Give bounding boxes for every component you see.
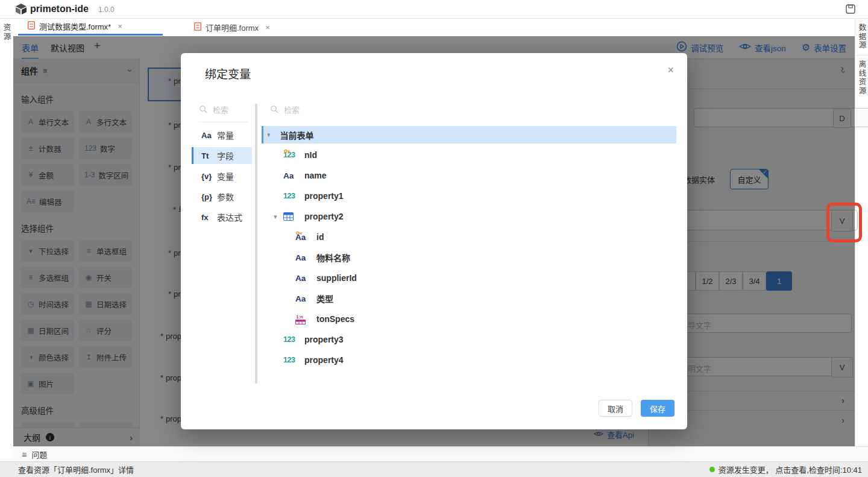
- left-rail: 资源: [0, 19, 14, 461]
- relation-1n-icon: 1:n: [295, 314, 311, 324]
- offline-resources-rail-tab[interactable]: 离线资源: [857, 60, 868, 95]
- document-icon: [194, 22, 201, 33]
- app-logo-icon: [14, 3, 28, 17]
- tree-root-current-form[interactable]: ▾ 当前表单: [262, 126, 676, 144]
- tree-search-input[interactable]: [283, 105, 321, 115]
- search-icon: [270, 105, 278, 115]
- title-bar: primeton-ide 1.0.0: [0, 0, 868, 19]
- app-version: 1.0.0: [98, 5, 115, 14]
- caret-down-icon[interactable]: ▾: [274, 213, 277, 221]
- list-icon: ≡: [22, 450, 27, 460]
- text-type-icon: Aa: [295, 274, 306, 283]
- text-type-icon: Aa: [295, 253, 306, 262]
- tab-test-data-type[interactable]: 测试数据类型.formx* ×: [18, 19, 163, 36]
- save-button[interactable]: 保存: [641, 400, 675, 417]
- constant-icon: Aa: [201, 131, 217, 140]
- text-type-icon: Aa: [295, 294, 306, 303]
- problems-label: 问题: [31, 449, 47, 460]
- close-icon[interactable]: ×: [667, 64, 674, 77]
- category-field[interactable]: Tt字段: [192, 147, 252, 164]
- category-variable[interactable]: {v}变量: [192, 168, 252, 185]
- tree-node-property3[interactable]: 123 property3: [262, 329, 676, 350]
- tree-node-property4[interactable]: 123 property4: [262, 350, 676, 370]
- tree-node-name[interactable]: Aa name: [262, 165, 676, 186]
- cancel-button[interactable]: 取消: [599, 400, 632, 417]
- save-icon[interactable]: [846, 4, 855, 16]
- status-bar: 查看资源「订单明细.formx」详情 资源发生变更， 点击查看,检查时间:10:…: [0, 461, 868, 477]
- tab-label: 测试数据类型.formx*: [39, 21, 111, 32]
- svg-text:1:n: 1:n: [296, 314, 303, 320]
- tree-node-supplierId[interactable]: Aa supplierId: [262, 268, 676, 288]
- search-icon: [199, 105, 207, 115]
- app-name: primeton-ide: [30, 4, 89, 14]
- status-green-dot-icon: [709, 467, 715, 472]
- category-search[interactable]: [199, 105, 250, 115]
- field-icon: Tt: [201, 151, 217, 160]
- tree-node-nId[interactable]: 123 nId: [262, 145, 676, 165]
- category-constant[interactable]: Aa常量: [192, 127, 252, 144]
- number-type-icon: 123: [283, 192, 295, 200]
- bind-variable-modal: 绑定变量 × Aa常量 Tt字段 {v}变量 {p}参数 fx表达式 ▾ 当前表…: [181, 53, 687, 429]
- table-type-icon: [283, 212, 299, 221]
- primeton-ide-window: primeton-ide 1.0.0 资源 数据源 离线资源 测试数据类型.fo…: [0, 0, 868, 477]
- tree-node-material-name[interactable]: Aa 物料名称: [262, 247, 676, 268]
- primary-key-icon: [296, 228, 303, 237]
- panel-scrollbar[interactable]: [255, 104, 257, 384]
- datasource-rail-tab[interactable]: 数据源: [857, 24, 868, 55]
- caret-down-icon[interactable]: ▾: [267, 131, 271, 139]
- modal-title: 绑定变量: [205, 65, 251, 81]
- status-left-text[interactable]: 查看资源「订单明细.formx」详情: [18, 464, 134, 475]
- number-type-icon: 123: [283, 335, 295, 344]
- number-type-icon: 123: [283, 356, 295, 364]
- parameter-icon: {p}: [201, 192, 217, 201]
- category-expression[interactable]: fx表达式: [192, 209, 252, 226]
- status-right[interactable]: 资源发生变更， 点击查看,检查时间:10:41: [709, 464, 862, 475]
- tree-root-label: 当前表单: [280, 129, 314, 141]
- editor-tab-bar: 测试数据类型.formx* × 订单明细.formx ×: [13, 19, 855, 37]
- tree-node-property2[interactable]: ▾ property2: [262, 206, 676, 227]
- tab-order-detail[interactable]: 订单明细.formx ×: [194, 19, 270, 36]
- problems-bar[interactable]: ≡ 问题: [13, 446, 868, 462]
- tree-node-property1[interactable]: 123 property1: [262, 186, 676, 206]
- expression-icon: fx: [201, 213, 217, 222]
- tree-search[interactable]: [270, 105, 321, 115]
- status-right-text: 资源发生变更， 点击查看,检查时间:10:41: [719, 464, 862, 475]
- primary-key-icon: [284, 146, 291, 155]
- tree-node-tonSpecs[interactable]: 1:n tonSpecs: [262, 309, 676, 329]
- document-icon: [28, 21, 35, 31]
- search-underline: [199, 122, 248, 122]
- category-search-input[interactable]: [212, 105, 250, 115]
- close-tab-icon[interactable]: ×: [265, 23, 270, 32]
- annotation-highlight: [826, 203, 862, 242]
- tab-label: 订单明细.formx: [206, 22, 259, 33]
- category-parameter[interactable]: {p}参数: [192, 188, 252, 205]
- variable-icon: {v}: [201, 172, 217, 181]
- text-type-icon: Aa: [283, 171, 294, 180]
- close-tab-icon[interactable]: ×: [118, 22, 122, 31]
- tree-node-id[interactable]: Aa id: [262, 227, 676, 247]
- tree-node-type[interactable]: Aa 类型: [262, 288, 676, 309]
- field-tree: 123 nId Aa name 123 property1 ▾ property…: [262, 145, 676, 370]
- resources-rail-tab[interactable]: 资源: [1, 24, 13, 41]
